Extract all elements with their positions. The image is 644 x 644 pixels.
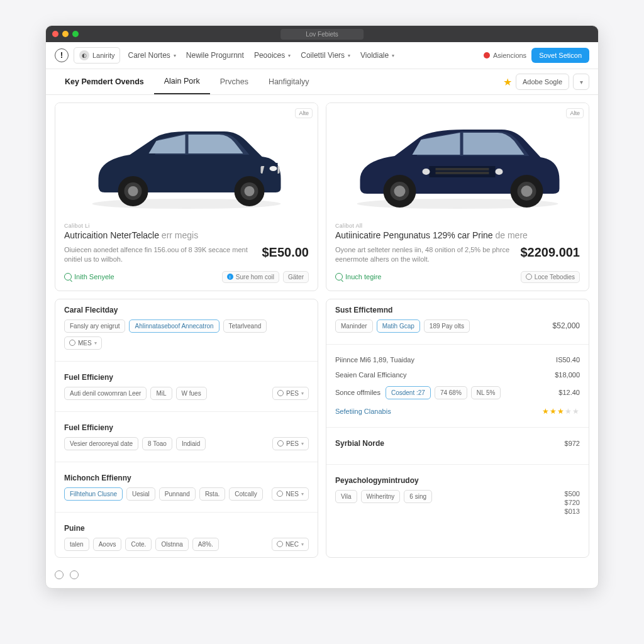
more-dropdown[interactable]: ▾ bbox=[573, 74, 589, 90]
spec-card-left: Caral Flecitday Fansly ary enigrut Ahlin… bbox=[55, 299, 318, 558]
filter-chip[interactable]: 189 Pay olts bbox=[424, 319, 470, 333]
filter-chip[interactable]: Tetarlveand bbox=[223, 319, 267, 333]
tab-bar: Key Pemdert Ovends Alain Pork Prvches Ha… bbox=[46, 69, 598, 95]
quick-link[interactable]: Inuch tegire bbox=[335, 273, 381, 280]
section-header: Fuel Efficieny bbox=[64, 373, 309, 382]
filter-chip[interactable]: Cosdent :27 bbox=[386, 386, 431, 399]
filter-chip[interactable]: Cote. bbox=[125, 538, 152, 551]
section-header: Sust Effictemnd bbox=[335, 306, 580, 314]
spec-row: Sefetiing Clanabis ★★★★★ bbox=[335, 403, 580, 419]
filter-chip[interactable]: Fansly ary enigrut bbox=[64, 319, 125, 333]
nav-item-3[interactable]: Coilettil Viers bbox=[298, 50, 353, 61]
action-dropdown[interactable]: Adobe Sogle bbox=[516, 74, 569, 90]
unit-dropdown[interactable]: MES▾ bbox=[64, 336, 102, 350]
svg-rect-16 bbox=[436, 168, 489, 170]
filter-chip[interactable]: NL 5% bbox=[471, 386, 501, 399]
maximize-icon[interactable] bbox=[72, 31, 79, 37]
info-icon: i bbox=[227, 274, 233, 280]
filter-chip[interactable]: Vesier derooreyal date bbox=[64, 437, 138, 450]
car-image: Alte bbox=[326, 103, 589, 216]
gear-icon bbox=[277, 440, 284, 447]
star-icon[interactable]: ★ bbox=[503, 76, 512, 88]
car-card: Alte Calibot Li bbox=[55, 103, 318, 291]
brand-label: Lanirity bbox=[92, 52, 114, 59]
filter-chip[interactable]: Indiaid bbox=[176, 437, 206, 450]
navbar: ! ◐ Lanirity Carel Nortes Newile Progurn… bbox=[46, 42, 598, 69]
filter-chip[interactable]: W fues bbox=[176, 387, 207, 400]
unit-dropdown[interactable]: NES▾ bbox=[272, 487, 309, 501]
gear-icon bbox=[277, 541, 283, 547]
filter-chip[interactable]: Filhtehun Clusne bbox=[64, 487, 123, 501]
footer bbox=[46, 565, 598, 588]
card-action-chip[interactable]: Loce Tebodies bbox=[521, 271, 580, 283]
filter-chip[interactable]: Rsta. bbox=[199, 487, 225, 501]
card-price: $E50.00 bbox=[262, 245, 309, 260]
tab-hanifigitaly[interactable]: Hanfigitalyy bbox=[258, 70, 319, 94]
filter-chip[interactable]: Ahlinnataseboof Annecatron bbox=[129, 319, 219, 333]
filter-chip[interactable]: Vila bbox=[335, 490, 357, 503]
unit-dropdown[interactable]: NEC▾ bbox=[272, 538, 309, 551]
filter-chip[interactable]: Olstnna bbox=[155, 538, 188, 551]
car-image: Alte bbox=[55, 103, 318, 216]
svg-point-3 bbox=[128, 186, 138, 196]
star-rating: ★★★★★ bbox=[542, 407, 580, 416]
filter-chip[interactable]: Uesial bbox=[126, 487, 155, 501]
card-description: Oiuiecen aonedet alfence fin 156.oou of … bbox=[64, 245, 257, 265]
primary-cta-button[interactable]: Sovet Seticon bbox=[531, 48, 589, 63]
close-icon[interactable] bbox=[52, 31, 58, 37]
card-overline: Calibot All bbox=[335, 223, 580, 229]
tab-key-overview[interactable]: Key Pemdert Ovends bbox=[55, 70, 154, 94]
brand-dropdown[interactable]: ◐ Lanirity bbox=[74, 47, 120, 64]
spec-card-right: Sust Effictemnd Maninder Matih Gcap 189 … bbox=[326, 299, 589, 558]
filter-chip[interactable]: MiL bbox=[150, 387, 172, 400]
url-bar[interactable]: Lov Febiets bbox=[280, 29, 364, 40]
filter-chip[interactable]: talen bbox=[64, 538, 89, 551]
logo-icon[interactable]: ! bbox=[55, 48, 69, 62]
alerts-label: Asiencions bbox=[493, 52, 526, 59]
window-controls bbox=[52, 31, 79, 37]
quick-link[interactable]: Inith Senyele bbox=[64, 273, 114, 280]
alerts-link[interactable]: Asiencions bbox=[484, 52, 526, 59]
search-icon bbox=[64, 273, 72, 280]
filter-chip[interactable]: 74 68% bbox=[435, 386, 467, 399]
search-icon bbox=[335, 273, 343, 280]
filter-chip[interactable]: Punnand bbox=[159, 487, 196, 501]
nav-item-2[interactable]: Peooices bbox=[252, 50, 293, 61]
svg-point-18 bbox=[423, 169, 430, 175]
card-action-chip[interactable]: Gäter bbox=[283, 271, 309, 283]
unit-dropdown[interactable]: PES▾ bbox=[272, 437, 309, 450]
card-price: $2209.001 bbox=[520, 245, 580, 260]
refresh-icon[interactable] bbox=[55, 570, 64, 579]
filter-chip[interactable]: A8%. bbox=[192, 538, 219, 551]
unit-dropdown[interactable]: PES▾ bbox=[272, 387, 309, 400]
filter-chip[interactable]: 8 Toao bbox=[142, 437, 172, 450]
filter-chip[interactable]: Aoovs bbox=[93, 538, 122, 551]
filter-chip[interactable]: Cotcally bbox=[229, 487, 263, 501]
car-card: Alte bbox=[326, 103, 589, 291]
filter-chip[interactable]: Wriheritny bbox=[361, 490, 401, 503]
card-overline: Calibot Li bbox=[64, 223, 309, 229]
car-illustration-icon bbox=[55, 103, 318, 216]
nav-item-0[interactable]: Carel Nortes bbox=[125, 50, 178, 61]
card-action-chip[interactable]: i Sure hom coil bbox=[222, 271, 279, 283]
history-icon[interactable] bbox=[70, 570, 79, 579]
tab-alain-pork[interactable]: Alain Pork bbox=[154, 69, 210, 94]
section-header: Puine bbox=[64, 524, 309, 533]
section-header: Peyachologymintrudoy bbox=[335, 476, 580, 485]
card-title: Autricaition NeterTelacle err megis bbox=[64, 230, 309, 240]
filter-chip[interactable]: Auti denil cowornran Leer bbox=[64, 387, 147, 400]
filter-chip[interactable]: Maninder bbox=[335, 319, 373, 333]
card-badge: Alte bbox=[566, 108, 584, 118]
filter-chip[interactable]: Matih Gcap bbox=[377, 319, 420, 333]
section-header: Syrbial Norde $972 bbox=[335, 439, 580, 448]
nav-item-4[interactable]: Violdiale bbox=[358, 50, 397, 61]
minimize-icon[interactable] bbox=[62, 31, 69, 37]
filter-chip[interactable]: 6 sing bbox=[404, 490, 432, 503]
svg-point-12 bbox=[394, 186, 406, 197]
nav-item-1[interactable]: Newile Progurnnt bbox=[184, 50, 247, 61]
section-header: Fuel Efficieny bbox=[64, 423, 309, 432]
alert-badge-icon bbox=[484, 52, 490, 58]
tab-prvches[interactable]: Prvches bbox=[210, 70, 258, 94]
card-description: Oyone art selteter nenles iin, 48 onitio… bbox=[335, 245, 515, 265]
avatar-icon: ◐ bbox=[79, 50, 89, 60]
